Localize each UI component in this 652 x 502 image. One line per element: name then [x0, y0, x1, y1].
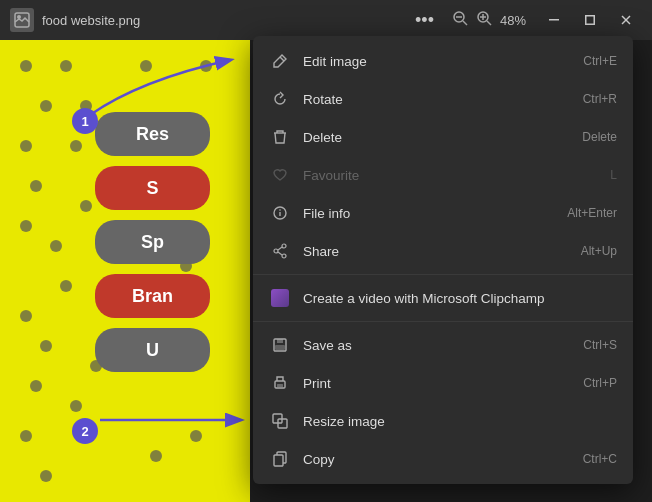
clipchamp-label: Create a video with Microsoft Clipchamp: [303, 291, 617, 306]
copy-shortcut: Ctrl+C: [583, 452, 617, 466]
svg-point-19: [282, 244, 286, 248]
menu-divider-1: [253, 274, 633, 275]
zoom-in-button[interactable]: [476, 10, 492, 30]
menu-item-copy[interactable]: Copy Ctrl+C: [253, 440, 633, 478]
share-icon: [269, 240, 291, 262]
print-icon: [269, 372, 291, 394]
save-as-label: Save as: [303, 338, 583, 353]
image-area: Res S Sp Bran U: [0, 40, 250, 502]
zoom-out-button[interactable]: [452, 10, 468, 30]
svg-rect-10: [586, 16, 595, 25]
card-bran: Bran: [95, 274, 210, 318]
app-icon: [10, 8, 34, 32]
rotate-label: Rotate: [303, 92, 583, 107]
favourite-icon: [269, 164, 291, 186]
edit-image-shortcut: Ctrl+E: [583, 54, 617, 68]
filename-label: food website.png: [42, 13, 407, 28]
rotate-icon: [269, 88, 291, 110]
menu-item-rotate[interactable]: Rotate Ctrl+R: [253, 80, 633, 118]
menu-item-delete[interactable]: Delete Delete: [253, 118, 633, 156]
svg-point-21: [282, 254, 286, 258]
file-info-shortcut: Alt+Enter: [567, 206, 617, 220]
svg-rect-32: [274, 455, 283, 466]
rotate-shortcut: Ctrl+R: [583, 92, 617, 106]
maximize-button[interactable]: [574, 4, 606, 36]
svg-point-20: [274, 249, 278, 253]
edit-image-icon: [269, 50, 291, 72]
badge-1: 1: [72, 108, 98, 134]
delete-shortcut: Delete: [582, 130, 617, 144]
window-controls: [538, 4, 642, 36]
svg-line-22: [278, 247, 282, 250]
menu-item-share[interactable]: Share Alt+Up: [253, 232, 633, 270]
save-as-icon: [269, 334, 291, 356]
svg-line-15: [280, 57, 284, 61]
share-shortcut: Alt+Up: [581, 244, 617, 258]
svg-line-6: [487, 21, 491, 25]
badge-2: 2: [72, 418, 98, 444]
card-s: S: [95, 166, 210, 210]
menu-item-resize-image[interactable]: Resize image: [253, 402, 633, 440]
menu-item-file-info[interactable]: File info Alt+Enter: [253, 194, 633, 232]
menu-item-favourite: Favourite L: [253, 156, 633, 194]
menu-item-save-as[interactable]: Save as Ctrl+S: [253, 326, 633, 364]
save-as-shortcut: Ctrl+S: [583, 338, 617, 352]
favourite-shortcut: L: [610, 168, 617, 182]
svg-point-18: [279, 209, 281, 211]
svg-rect-28: [277, 384, 283, 387]
clipchamp-icon: [269, 287, 291, 309]
menu-item-edit-image[interactable]: Edit image Ctrl+E: [253, 42, 633, 80]
share-label: Share: [303, 244, 581, 259]
print-shortcut: Ctrl+P: [583, 376, 617, 390]
edit-image-label: Edit image: [303, 54, 583, 69]
zoom-level: 48%: [500, 13, 526, 28]
resize-image-label: Resize image: [303, 414, 617, 429]
svg-rect-26: [275, 345, 285, 350]
menu-item-clipchamp[interactable]: Create a video with Microsoft Clipchamp: [253, 279, 633, 317]
file-info-icon: [269, 202, 291, 224]
minimize-button[interactable]: [538, 4, 570, 36]
menu-divider-2: [253, 321, 633, 322]
close-button[interactable]: [610, 4, 642, 36]
file-info-label: File info: [303, 206, 567, 221]
favourite-label: Favourite: [303, 168, 610, 183]
svg-line-3: [463, 21, 467, 25]
title-bar: food website.png ••• 48%: [0, 0, 652, 40]
copy-icon: [269, 448, 291, 470]
zoom-controls: 48%: [452, 10, 526, 30]
more-options-button[interactable]: •••: [407, 8, 442, 33]
card-u: U: [95, 328, 210, 372]
resize-image-icon: [269, 410, 291, 432]
card-res: Res: [95, 112, 210, 156]
svg-line-23: [278, 252, 282, 255]
print-label: Print: [303, 376, 583, 391]
menu-item-print[interactable]: Print Ctrl+P: [253, 364, 633, 402]
food-image: Res S Sp Bran U: [0, 40, 250, 502]
delete-icon: [269, 126, 291, 148]
card-sp: Sp: [95, 220, 210, 264]
delete-label: Delete: [303, 130, 582, 145]
svg-rect-9: [549, 19, 559, 21]
svg-rect-25: [277, 339, 283, 343]
dropdown-menu: Edit image Ctrl+E Rotate Ctrl+R Delete D…: [253, 36, 633, 484]
copy-label: Copy: [303, 452, 583, 467]
